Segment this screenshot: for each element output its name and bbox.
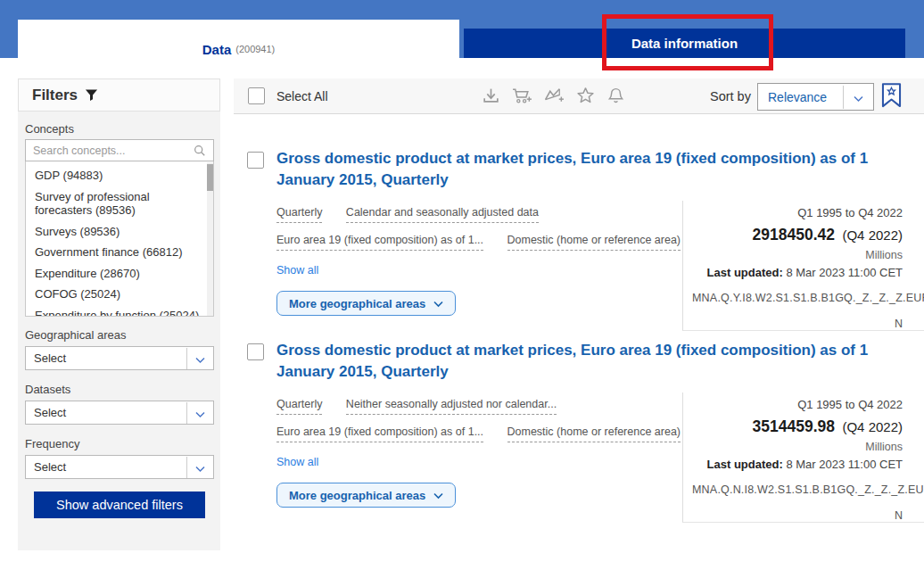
tab-data-label: Data [202, 42, 232, 57]
last-updated-label: Last updated: [707, 458, 783, 471]
chevron-down-icon [433, 295, 443, 311]
funnel-icon [85, 88, 98, 102]
list-item[interactable]: Surveys (89536) [35, 225, 201, 239]
results-toolbar: Select All Sort by Relevance [234, 78, 924, 114]
select-value: Select [34, 460, 186, 474]
more-geographical-areas-button[interactable]: More geographical areas [276, 291, 456, 316]
more-button-label: More geographical areas [289, 297, 425, 310]
concept-search-box [25, 139, 214, 161]
annotation-highlight-box [602, 14, 773, 70]
last-updated-value: 8 Mar 2023 11:00 CET [786, 266, 903, 279]
tab-data-count: (200941) [235, 44, 275, 54]
more-button-label: More geographical areas [289, 489, 425, 502]
select-value: Select [34, 351, 186, 365]
more-geographical-areas-button[interactable]: More geographical areas [276, 483, 456, 508]
result-unit: Millions [692, 249, 903, 261]
star-icon[interactable] [576, 87, 595, 105]
list-item[interactable]: Survey of professional forecasters (8953… [35, 190, 201, 218]
result-tags-row: Euro area 19 (fixed composition) as of 1… [276, 231, 678, 251]
result-tag[interactable]: Domestic (home or reference area) [507, 425, 681, 442]
chevron-down-icon [186, 402, 213, 424]
result-checkbox[interactable] [247, 343, 264, 360]
list-item[interactable]: Government finance (66812) [35, 245, 201, 260]
show-all-link[interactable]: Show all [276, 264, 318, 277]
result-metadata: Q1 1995 to Q4 2022 2918450.42 (Q4 2022) … [682, 201, 924, 331]
chevron-down-icon [843, 86, 873, 109]
list-item[interactable]: Expenditure by function (25024) [35, 309, 201, 318]
result-series-key: MNA.Q.N.I8.W2.S1.S1.B.B1GQ._Z._Z._Z.EUR.… [692, 483, 903, 496]
sort-by-label: Sort by [710, 89, 751, 103]
concept-list-scrollbar-thumb[interactable] [207, 164, 213, 191]
show-advanced-filters-button[interactable]: Show advanced filters [34, 492, 205, 518]
download-icon[interactable] [482, 87, 500, 105]
bookmark-star-icon[interactable] [881, 83, 902, 112]
result-tag[interactable]: Euro area 19 (fixed composition) as of 1… [276, 234, 483, 251]
result-value-period: (Q4 2022) [842, 227, 903, 243]
tab-data[interactable]: Data (200941) [18, 20, 459, 78]
result-series-key-continued: N [692, 509, 903, 522]
concepts-label: Concepts [25, 122, 74, 136]
result-row: Gross domestic product at market prices,… [234, 134, 924, 335]
last-updated-label: Last updated: [707, 266, 783, 279]
result-series-key: MNA.Q.Y.I8.W2.S1.S1.B.B1GQ._Z._Z._Z.EUR.… [692, 292, 903, 304]
result-last-updated: Last updated: 8 Mar 2023 11:00 CET [692, 266, 903, 279]
geographical-areas-select[interactable]: Select [25, 346, 214, 370]
geographical-areas-label: Geographical areas [25, 328, 126, 342]
result-value-period: (Q4 2022) [842, 419, 903, 434]
select-all-label: Select All [276, 89, 328, 103]
sort-value: Relevance [768, 90, 843, 104]
select-all-checkbox[interactable] [248, 87, 265, 104]
result-last-updated: Last updated: 8 Mar 2023 11:00 CET [692, 458, 903, 471]
show-all-link[interactable]: Show all [276, 456, 318, 468]
last-updated-value: 8 Mar 2023 11:00 CET [786, 458, 903, 471]
chevron-down-icon [433, 487, 443, 503]
frequency-select[interactable]: Select [25, 455, 214, 479]
result-period: Q1 1995 to Q4 2022 [692, 398, 903, 411]
bell-icon[interactable] [606, 87, 625, 105]
chevron-down-icon [186, 348, 213, 369]
chevron-down-icon [186, 457, 213, 478]
result-tag[interactable]: Calendar and seasonally adjusted data [346, 206, 539, 223]
result-tags-row: Quarterly Calendar and seasonally adjust… [276, 203, 678, 223]
select-value: Select [34, 406, 186, 419]
datasets-select[interactable]: Select [25, 401, 214, 425]
list-item[interactable]: Expenditure (28670) [35, 267, 201, 281]
result-tag[interactable]: Euro area 19 (fixed composition) as of 1… [276, 425, 483, 442]
result-unit: Millions [692, 441, 903, 453]
result-title-link[interactable]: Gross domestic product at market prices,… [276, 148, 906, 191]
result-checkbox[interactable] [247, 152, 264, 169]
sort-dropdown[interactable]: Relevance [757, 83, 874, 111]
result-metadata: Q1 1995 to Q4 2022 3514459.98 (Q4 2022) … [682, 392, 924, 523]
add-to-chart-icon[interactable] [544, 87, 565, 105]
concept-search-input[interactable] [33, 145, 194, 157]
list-item[interactable]: GDP (94883) [35, 169, 201, 183]
result-title-link[interactable]: Gross domestic product at market prices,… [276, 340, 906, 383]
add-to-cart-icon[interactable] [512, 87, 532, 105]
result-tags-row: Euro area 19 (fixed composition) as of 1… [276, 423, 678, 442]
list-item[interactable]: COFOG (25024) [35, 287, 201, 302]
filters-title: Filters [32, 87, 78, 104]
result-tag[interactable]: Quarterly [276, 398, 322, 415]
frequency-label: Frequency [25, 437, 79, 450]
result-value-line: 2918450.42 (Q4 2022) [692, 226, 903, 244]
search-icon[interactable] [194, 145, 206, 157]
result-row: Gross domestic product at market prices,… [234, 326, 924, 526]
result-value: 2918450.42 [753, 226, 835, 244]
result-tags-row: Quarterly Neither seasonally adjusted no… [276, 395, 678, 415]
concept-list: GDP (94883) Survey of professional forec… [25, 161, 214, 317]
filters-header: Filters [18, 78, 220, 112]
datasets-label: Datasets [25, 383, 70, 396]
result-value-line: 3514459.98 (Q4 2022) [692, 417, 903, 436]
result-value: 3514459.98 [753, 417, 835, 435]
data-portal-page: Data (200941) Data information Filters C… [0, 0, 924, 570]
result-tag[interactable]: Quarterly [276, 206, 322, 223]
result-tag[interactable]: Neither seasonally adjusted nor calendar… [346, 398, 557, 415]
result-tag[interactable]: Domestic (home or reference area) [507, 234, 681, 251]
result-period: Q1 1995 to Q4 2022 [692, 206, 903, 219]
